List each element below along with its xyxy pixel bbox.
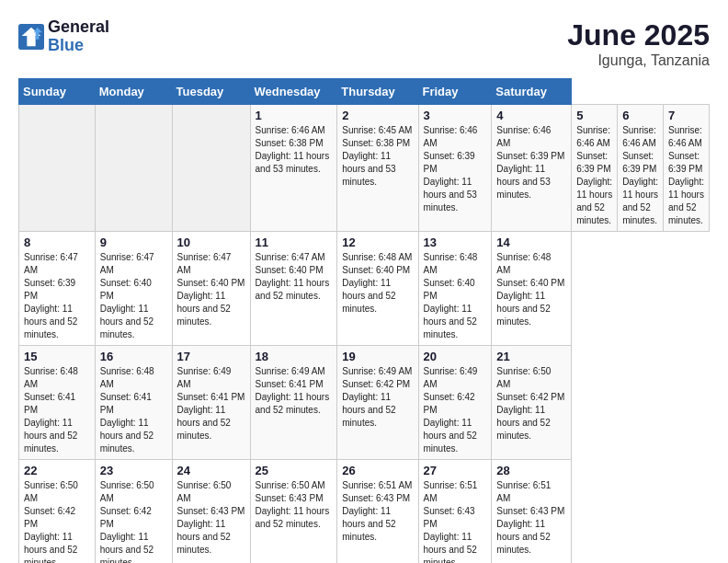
calendar-cell: 25Sunrise: 6:50 AMSunset: 6:43 PMDayligh… xyxy=(250,460,337,564)
day-number: 16 xyxy=(100,350,167,363)
calendar-cell: 11Sunrise: 6:47 AMSunset: 6:40 PMDayligh… xyxy=(250,232,337,346)
location: Igunga, Tanzania xyxy=(567,52,710,69)
calendar-cell: 4Sunrise: 6:46 AMSunset: 6:39 PMDaylight… xyxy=(492,105,572,232)
month-title: June 2025 xyxy=(567,18,710,52)
calendar-table: SundayMondayTuesdayWednesdayThursdayFrid… xyxy=(18,78,710,563)
day-info: Sunrise: 6:50 AMSunset: 6:42 PMDaylight:… xyxy=(100,479,167,563)
day-number: 17 xyxy=(177,350,245,363)
calendar-cell: 5Sunrise: 6:46 AMSunset: 6:39 PMDaylight… xyxy=(572,105,618,232)
calendar-cell: 2Sunrise: 6:45 AMSunset: 6:38 PMDaylight… xyxy=(337,105,418,232)
day-number: 28 xyxy=(496,464,566,477)
calendar-cell: 17Sunrise: 6:49 AMSunset: 6:41 PMDayligh… xyxy=(172,346,250,460)
day-info: Sunrise: 6:48 AMSunset: 6:41 PMDaylight:… xyxy=(24,365,90,455)
day-info: Sunrise: 6:48 AMSunset: 6:41 PMDaylight:… xyxy=(100,365,167,455)
day-info: Sunrise: 6:46 AMSunset: 6:39 PMDaylight:… xyxy=(622,124,658,227)
calendar-cell xyxy=(95,105,172,232)
calendar-cell: 18Sunrise: 6:49 AMSunset: 6:41 PMDayligh… xyxy=(250,346,337,460)
day-number: 19 xyxy=(342,350,413,363)
title-block: June 2025 Igunga, Tanzania xyxy=(567,18,710,69)
day-number: 12 xyxy=(342,236,413,249)
day-number: 7 xyxy=(668,109,704,122)
calendar-cell: 14Sunrise: 6:48 AMSunset: 6:40 PMDayligh… xyxy=(492,232,572,346)
calendar-cell: 28Sunrise: 6:51 AMSunset: 6:43 PMDayligh… xyxy=(492,460,572,564)
day-number: 21 xyxy=(496,350,566,363)
calendar-cell: 10Sunrise: 6:47 AMSunset: 6:40 PMDayligh… xyxy=(172,232,250,346)
day-of-week-header: Tuesday xyxy=(172,79,250,105)
day-number: 14 xyxy=(496,236,566,249)
calendar-cell: 7Sunrise: 6:46 AMSunset: 6:39 PMDaylight… xyxy=(664,105,710,232)
calendar-header-row: SundayMondayTuesdayWednesdayThursdayFrid… xyxy=(19,79,710,105)
day-number: 13 xyxy=(424,236,487,249)
day-info: Sunrise: 6:49 AMSunset: 6:42 PMDaylight:… xyxy=(342,365,413,430)
day-of-week-header: Sunday xyxy=(19,79,96,105)
calendar-cell: 24Sunrise: 6:50 AMSunset: 6:43 PMDayligh… xyxy=(172,460,250,564)
day-number: 10 xyxy=(177,236,245,249)
day-info: Sunrise: 6:48 AMSunset: 6:40 PMDaylight:… xyxy=(342,251,413,316)
day-number: 3 xyxy=(424,109,487,122)
day-number: 8 xyxy=(24,236,90,249)
calendar-cell: 13Sunrise: 6:48 AMSunset: 6:40 PMDayligh… xyxy=(418,232,492,346)
day-number: 27 xyxy=(424,464,487,477)
calendar-cell xyxy=(19,105,96,232)
day-number: 20 xyxy=(424,350,487,363)
day-info: Sunrise: 6:50 AMSunset: 6:42 PMDaylight:… xyxy=(496,365,566,442)
day-info: Sunrise: 6:46 AMSunset: 6:39 PMDaylight:… xyxy=(496,124,566,201)
calendar-cell: 23Sunrise: 6:50 AMSunset: 6:42 PMDayligh… xyxy=(95,460,172,564)
day-number: 6 xyxy=(622,109,658,122)
day-of-week-header: Friday xyxy=(418,79,492,105)
day-info: Sunrise: 6:47 AMSunset: 6:40 PMDaylight:… xyxy=(256,251,333,303)
day-of-week-header: Thursday xyxy=(337,79,418,105)
logo-line2: Blue xyxy=(48,37,109,55)
day-info: Sunrise: 6:45 AMSunset: 6:38 PMDaylight:… xyxy=(342,124,413,189)
calendar-cell: 21Sunrise: 6:50 AMSunset: 6:42 PMDayligh… xyxy=(492,346,572,460)
calendar-week-row: 22Sunrise: 6:50 AMSunset: 6:42 PMDayligh… xyxy=(19,460,710,564)
day-info: Sunrise: 6:46 AMSunset: 6:39 PMDaylight:… xyxy=(576,124,612,227)
day-of-week-header: Wednesday xyxy=(250,79,337,105)
day-info: Sunrise: 6:51 AMSunset: 6:43 PMDaylight:… xyxy=(424,479,487,563)
calendar-cell: 22Sunrise: 6:50 AMSunset: 6:42 PMDayligh… xyxy=(19,460,96,564)
day-info: Sunrise: 6:49 AMSunset: 6:41 PMDaylight:… xyxy=(177,365,245,442)
day-number: 18 xyxy=(256,350,333,363)
calendar-cell: 8Sunrise: 6:47 AMSunset: 6:39 PMDaylight… xyxy=(19,232,96,346)
logo-line1: General xyxy=(48,18,109,37)
day-number: 26 xyxy=(342,464,413,477)
day-info: Sunrise: 6:50 AMSunset: 6:43 PMDaylight:… xyxy=(177,479,245,557)
day-info: Sunrise: 6:47 AMSunset: 6:40 PMDaylight:… xyxy=(100,251,167,341)
calendar-week-row: 1Sunrise: 6:46 AMSunset: 6:38 PMDaylight… xyxy=(19,105,710,232)
day-of-week-header: Monday xyxy=(95,79,172,105)
day-number: 15 xyxy=(24,350,90,363)
calendar-cell: 26Sunrise: 6:51 AMSunset: 6:43 PMDayligh… xyxy=(337,460,418,564)
calendar-cell: 20Sunrise: 6:49 AMSunset: 6:42 PMDayligh… xyxy=(418,346,492,460)
day-number: 24 xyxy=(177,464,245,477)
day-of-week-header: Saturday xyxy=(492,79,572,105)
day-number: 5 xyxy=(576,109,612,122)
day-number: 11 xyxy=(256,236,333,249)
day-number: 9 xyxy=(100,236,167,249)
day-info: Sunrise: 6:48 AMSunset: 6:40 PMDaylight:… xyxy=(496,251,566,328)
day-info: Sunrise: 6:51 AMSunset: 6:43 PMDaylight:… xyxy=(496,479,566,557)
day-number: 1 xyxy=(256,109,333,122)
day-info: Sunrise: 6:50 AMSunset: 6:43 PMDaylight:… xyxy=(256,479,333,531)
day-info: Sunrise: 6:50 AMSunset: 6:42 PMDaylight:… xyxy=(24,479,90,563)
calendar-week-row: 15Sunrise: 6:48 AMSunset: 6:41 PMDayligh… xyxy=(19,346,710,460)
day-number: 23 xyxy=(100,464,167,477)
day-info: Sunrise: 6:47 AMSunset: 6:40 PMDaylight:… xyxy=(177,251,245,328)
calendar-cell xyxy=(172,105,250,232)
day-info: Sunrise: 6:49 AMSunset: 6:42 PMDaylight:… xyxy=(424,365,487,455)
logo-icon xyxy=(18,24,44,50)
day-number: 25 xyxy=(256,464,333,477)
calendar-week-row: 8Sunrise: 6:47 AMSunset: 6:39 PMDaylight… xyxy=(19,232,710,346)
day-info: Sunrise: 6:48 AMSunset: 6:40 PMDaylight:… xyxy=(424,251,487,341)
day-number: 2 xyxy=(342,109,413,122)
calendar-cell: 1Sunrise: 6:46 AMSunset: 6:38 PMDaylight… xyxy=(250,105,337,232)
day-info: Sunrise: 6:51 AMSunset: 6:43 PMDaylight:… xyxy=(342,479,413,544)
calendar-cell: 3Sunrise: 6:46 AMSunset: 6:39 PMDaylight… xyxy=(418,105,492,232)
page-header: General Blue June 2025 Igunga, Tanzania xyxy=(18,18,710,69)
logo-text: General Blue xyxy=(48,18,109,55)
calendar-cell: 6Sunrise: 6:46 AMSunset: 6:39 PMDaylight… xyxy=(618,105,664,232)
calendar-body: 1Sunrise: 6:46 AMSunset: 6:38 PMDaylight… xyxy=(19,105,710,564)
day-info: Sunrise: 6:46 AMSunset: 6:38 PMDaylight:… xyxy=(256,124,333,176)
day-info: Sunrise: 6:47 AMSunset: 6:39 PMDaylight:… xyxy=(24,251,90,341)
day-number: 4 xyxy=(496,109,566,122)
day-info: Sunrise: 6:46 AMSunset: 6:39 PMDaylight:… xyxy=(424,124,487,214)
